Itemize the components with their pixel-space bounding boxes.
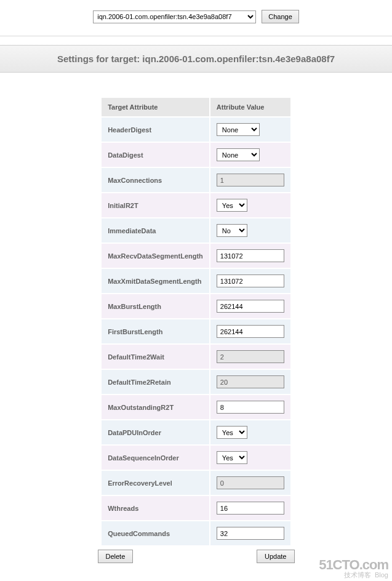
attr-label: MaxOutstandingR2T: [101, 395, 210, 420]
attr-select[interactable]: Yes: [217, 199, 247, 212]
attr-value-cell: [210, 294, 291, 319]
table-row: MaxXmitDataSegmentLength: [101, 268, 291, 294]
attr-label: QueuedCommands: [101, 521, 210, 546]
attributes-section: Target Attribute Attribute Value HeaderD…: [0, 73, 392, 569]
attr-value-cell: Yes: [210, 445, 291, 470]
change-button[interactable]: Change: [262, 10, 299, 23]
attr-label: MaxRecvDataSegmentLength: [101, 243, 210, 268]
target-selector-bar: iqn.2006-01.com.openfiler:tsn.4e3e9a8a08…: [0, 0, 392, 36]
attr-text-input[interactable]: [217, 325, 284, 338]
attr-value-cell: [210, 521, 291, 546]
table-row: DefaultTime2Wait: [101, 344, 291, 369]
attr-label: InitialR2T: [101, 193, 210, 218]
attr-label: ErrorRecoveryLevel: [101, 470, 210, 495]
attr-readonly-input: [217, 476, 284, 489]
attr-label: MaxXmitDataSegmentLength: [101, 268, 210, 294]
attr-value-cell: [210, 167, 291, 193]
action-buttons: Delete Update: [98, 550, 295, 563]
attr-text-input[interactable]: [217, 502, 284, 515]
attr-label: DataDigest: [101, 142, 210, 167]
table-row: DataPDUInOrderYes: [101, 420, 291, 445]
table-row: MaxOutstandingR2T: [101, 395, 291, 420]
attr-select[interactable]: None: [217, 123, 260, 136]
target-select[interactable]: iqn.2006-01.com.openfiler:tsn.4e3e9a8a08…: [93, 10, 256, 23]
attr-label: MaxConnections: [101, 167, 210, 193]
col-header-value: Attribute Value: [210, 97, 291, 117]
attr-value-cell: Yes: [210, 420, 291, 445]
attr-readonly-input: [217, 375, 284, 388]
attr-text-input[interactable]: [217, 274, 284, 287]
update-button[interactable]: Update: [257, 550, 294, 563]
divider: [0, 36, 392, 36]
delete-button[interactable]: Delete: [98, 550, 134, 563]
attr-value-cell: [210, 268, 291, 294]
attr-label: FirstBurstLength: [101, 319, 210, 344]
attr-value-cell: None: [210, 117, 291, 142]
attr-value-cell: [210, 495, 291, 521]
attr-value-cell: [210, 470, 291, 495]
attr-label: DataPDUInOrder: [101, 420, 210, 445]
attr-label: Wthreads: [101, 495, 210, 521]
table-row: FirstBurstLength: [101, 319, 291, 344]
table-row: ImmediateDataNo: [101, 218, 291, 243]
attr-value-cell: No: [210, 218, 291, 243]
attr-value-cell: [210, 344, 291, 369]
table-row: HeaderDigestNone: [101, 117, 291, 142]
attr-select[interactable]: None: [217, 148, 260, 161]
attr-select[interactable]: Yes: [217, 426, 247, 439]
attr-value-cell: Yes: [210, 193, 291, 218]
attr-readonly-input: [217, 174, 284, 186]
settings-header: Settings for target: iqn.2006-01.com.ope…: [0, 45, 392, 73]
attr-value-cell: [210, 395, 291, 420]
table-row: DataDigestNone: [101, 142, 291, 167]
attr-text-input[interactable]: [217, 527, 284, 540]
table-row: DataSequenceInOrderYes: [101, 445, 291, 470]
attr-text-input[interactable]: [217, 300, 284, 313]
attr-label: MaxBurstLength: [101, 294, 210, 319]
attr-value-cell: [210, 319, 291, 344]
attr-label: HeaderDigest: [101, 117, 210, 142]
attributes-table: Target Attribute Attribute Value HeaderD…: [101, 97, 291, 546]
attr-value-cell: [210, 369, 291, 395]
attr-label: ImmediateData: [101, 218, 210, 243]
table-row: ErrorRecoveryLevel: [101, 470, 291, 495]
attr-select[interactable]: No: [217, 224, 247, 237]
table-row: MaxBurstLength: [101, 294, 291, 319]
attr-label: DefaultTime2Wait: [101, 344, 210, 369]
table-row: MaxConnections: [101, 167, 291, 193]
col-header-attribute: Target Attribute: [101, 97, 210, 117]
attr-text-input[interactable]: [217, 249, 284, 262]
attr-value-cell: None: [210, 142, 291, 167]
table-row: Wthreads: [101, 495, 291, 521]
attr-readonly-input: [217, 350, 284, 363]
settings-header-target: iqn.2006-01.com.openfiler:tsn.4e3e9a8a08…: [142, 54, 335, 64]
attr-text-input[interactable]: [217, 401, 284, 414]
attr-label: DefaultTime2Retain: [101, 369, 210, 395]
table-header-row: Target Attribute Attribute Value: [101, 97, 291, 117]
settings-header-prefix: Settings for target:: [57, 54, 142, 64]
table-row: InitialR2TYes: [101, 193, 291, 218]
table-row: MaxRecvDataSegmentLength: [101, 243, 291, 268]
table-row: DefaultTime2Retain: [101, 369, 291, 395]
attr-select[interactable]: Yes: [217, 451, 247, 464]
table-row: QueuedCommands: [101, 521, 291, 546]
attr-value-cell: [210, 243, 291, 268]
attr-label: DataSequenceInOrder: [101, 445, 210, 470]
